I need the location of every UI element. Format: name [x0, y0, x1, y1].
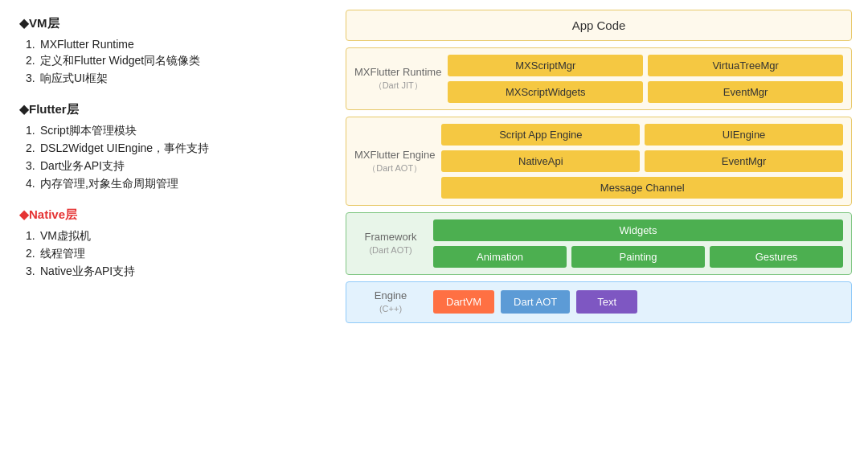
- cpp-cells: DartVM Dart AOT Text: [433, 290, 843, 314]
- gestures-cell: Gestures: [710, 246, 843, 268]
- engine-label: MXFlutter Engine （Dart AOT）: [354, 148, 435, 175]
- mxscriptmgr-cell: MXScriptMgr: [448, 55, 643, 76]
- list-item: 1.VM虚拟机: [26, 228, 318, 245]
- message-channel-cell: Message Channel: [441, 177, 843, 199]
- framework-row: Framework (Dart AOT) Widgets Animation P…: [346, 212, 852, 275]
- flutter-title: ◆Flutter层: [19, 102, 318, 117]
- vm-title: ◆VM层: [19, 16, 318, 31]
- cpp-engine-row: Engine (C++) DartVM Dart AOT Text: [346, 281, 852, 323]
- right-panel: App Code MXFlutter Runtime （Dart JIT） MX…: [338, 0, 868, 451]
- list-item: 3.Native业务API支持: [26, 263, 318, 281]
- mxscriptwidgets-cell: MXScriptWidgets: [448, 81, 643, 103]
- framework-bottom: Animation Painting Gestures: [433, 246, 843, 268]
- list-item: 3.Dart业务API支持: [26, 158, 318, 175]
- left-panel: ◆VM层 1.MXFlutter Runtime 2.定义和Flutter Wi…: [0, 0, 338, 451]
- list-item: 4.内存管理,对象生命周期管理: [26, 175, 318, 193]
- eventmgr-cell-2: EventMgr: [645, 150, 843, 172]
- flutter-list: 1.Script脚本管理模块 2.DSL2Widget UIEngine，事件支…: [19, 122, 318, 193]
- virtuatreemgr-cell: VirtuaTreeMgr: [648, 55, 843, 76]
- list-item: 2.DSL2Widget UIEngine，事件支持: [26, 140, 318, 158]
- framework-label: Framework (Dart AOT): [354, 230, 427, 257]
- dartvm-cell: DartVM: [433, 290, 494, 314]
- eventmgr-cell-1: EventMgr: [648, 81, 843, 103]
- list-item: 2.定义和Flutter Widget同名镜像类: [26, 52, 318, 70]
- runtime-row: MXFlutter Runtime （Dart JIT） MXScriptMgr…: [346, 47, 852, 110]
- native-title: ◆Native层: [19, 207, 318, 223]
- uiengine-cell: UIEngine: [645, 124, 843, 146]
- engine-flutter-row: MXFlutter Engine （Dart AOT） Script App E…: [346, 117, 852, 206]
- cpp-label: Engine (C++): [354, 289, 427, 316]
- script-app-engine-cell: Script App Engine: [441, 124, 640, 146]
- list-item: 2.线程管理: [26, 245, 318, 263]
- engine-grid: Script App Engine UIEngine NativeApi Eve…: [441, 124, 843, 199]
- widgets-cell: Widgets: [433, 219, 843, 241]
- dart-aot-cell: Dart AOT: [501, 290, 570, 314]
- native-list: 1.VM虚拟机 2.线程管理 3.Native业务API支持: [19, 228, 318, 281]
- text-cell: Text: [576, 290, 637, 314]
- app-code-box: App Code: [346, 10, 852, 41]
- app-code-label: App Code: [572, 18, 626, 32]
- runtime-grid: MXScriptMgr VirtuaTreeMgr MXScriptWidget…: [448, 55, 843, 103]
- painting-cell: Painting: [571, 246, 705, 268]
- animation-cell: Animation: [433, 246, 567, 268]
- nativeapi-cell: NativeApi: [441, 150, 640, 172]
- list-item: 3.响应式UI框架: [26, 70, 318, 88]
- list-item: 1.Script脚本管理模块: [26, 122, 318, 140]
- vm-list: 1.MXFlutter Runtime 2.定义和Flutter Widget同…: [19, 36, 318, 88]
- framework-grid: Widgets Animation Painting Gestures: [433, 219, 843, 268]
- runtime-label: MXFlutter Runtime （Dart JIT）: [354, 65, 441, 92]
- list-item: 1.MXFlutter Runtime: [26, 36, 318, 52]
